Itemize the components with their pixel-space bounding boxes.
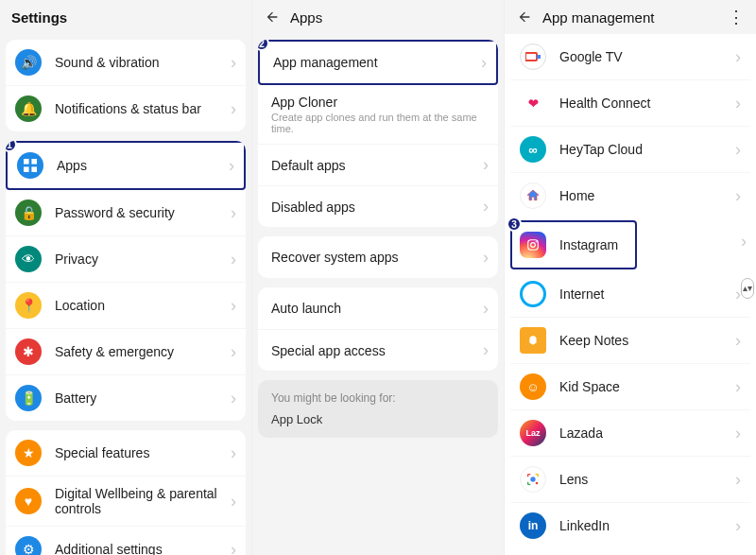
hint-box: You might be looking for: App Lock (258, 380, 498, 438)
chevron-right-icon: › (735, 516, 741, 536)
row-battery[interactable]: 🔋 Battery › (6, 374, 246, 421)
app-management-pane: App management ⋮ Google TV › ❤ Health Co… (504, 0, 756, 555)
row-app-management[interactable]: App management › (260, 42, 496, 83)
svg-point-10 (536, 482, 539, 485)
chevron-right-icon: › (735, 140, 741, 160)
settings-title: Settings (11, 9, 67, 26)
label: Notifications & status bar (55, 101, 231, 116)
label: Disabled apps (271, 199, 483, 215)
chevron-right-icon: › (231, 342, 236, 362)
sound-icon: 🔊 (15, 49, 42, 76)
app-mgmt-content[interactable]: Google TV › ❤ Health Connect › ∞ HeyTap … (505, 34, 756, 555)
row-location[interactable]: 📍 Location › (6, 282, 246, 328)
row-default-apps[interactable]: Default apps › (258, 144, 498, 185)
chevron-right-icon: › (231, 492, 236, 512)
hint-title: You might be looking for: (271, 391, 485, 405)
chevron-right-icon: › (231, 443, 236, 463)
app-row-instagram[interactable]: Instagram (512, 222, 635, 268)
apps-title: Apps (290, 9, 322, 26)
row-special-app-access[interactable]: Special app access › (258, 329, 498, 371)
row-sound-vibration[interactable]: 🔊 Sound & vibration › (6, 40, 246, 85)
chevron-right-icon: › (231, 99, 236, 119)
chevron-right-icon: › (735, 470, 741, 490)
row-special-features[interactable]: ★ Special features › (6, 430, 246, 476)
hint-app-lock[interactable]: App Lock (271, 412, 485, 426)
chevron-right-icon: › (735, 186, 741, 206)
settings-group-1: 🔊 Sound & vibration › 🔔 Notifications & … (6, 40, 246, 131)
row-privacy[interactable]: 👁 Privacy › (6, 235, 246, 282)
app-row-google-tv[interactable]: Google TV › (510, 34, 750, 79)
apps-pane: Apps 2 App management › App Cloner Creat… (251, 0, 504, 555)
gear-icon: ⚙ (15, 536, 42, 555)
chevron-right-icon: › (231, 540, 236, 556)
row-digital-wellbeing[interactable]: ♥ Digital Wellbeing & parental controls … (6, 476, 246, 526)
eye-icon: 👁 (15, 246, 42, 272)
chevron-right-icon: › (735, 331, 741, 351)
apps-group-2: Recover system apps › (258, 236, 498, 278)
row-disabled-apps[interactable]: Disabled apps › (258, 185, 498, 227)
row-app-cloner[interactable]: App Cloner Create app clones and run the… (258, 85, 498, 144)
google-home-icon (520, 182, 546, 209)
app-row-lens[interactable]: Lens › (510, 456, 750, 502)
instagram-icon (520, 232, 546, 258)
label: Auto launch (271, 301, 483, 316)
apps-icon (17, 152, 43, 179)
svg-rect-5 (537, 55, 541, 59)
app-row-keep-notes[interactable]: Keep Notes › (510, 317, 750, 363)
row-auto-launch[interactable]: Auto launch › (258, 287, 498, 329)
step-badge-3: 3 (507, 217, 522, 232)
apps-group-3: Auto launch › Special app access › (258, 287, 498, 371)
app-row-internet[interactable]: Internet › (510, 271, 750, 317)
chevron-right-icon: › (229, 156, 234, 176)
chevron-right-icon: › (735, 47, 741, 67)
label: Kid Space (559, 379, 735, 394)
label: Apps (57, 158, 229, 173)
back-button[interactable] (516, 9, 533, 26)
label: Instagram (559, 237, 618, 252)
svg-point-8 (536, 241, 537, 242)
keep-notes-icon (520, 327, 546, 354)
row-apps[interactable]: Apps › (8, 143, 244, 188)
chevron-right-icon: › (735, 424, 741, 443)
label: Special app access (271, 343, 483, 358)
label: Privacy (55, 251, 231, 267)
app-row-health-connect[interactable]: ❤ Health Connect › (510, 79, 750, 126)
row-safety-emergency[interactable]: ✱ Safety & emergency › (6, 328, 246, 374)
more-menu-icon[interactable]: ⋮ (728, 7, 745, 27)
app-row-kid-space[interactable]: ☺ Kid Space › (510, 363, 750, 409)
battery-icon: 🔋 (15, 385, 42, 411)
apps-group-1: 2 App management › App Cloner Create app… (258, 40, 498, 227)
star-icon: ★ (15, 440, 42, 466)
label: Location (55, 298, 231, 313)
chevron-right-icon: › (483, 248, 489, 268)
google-lens-icon (520, 466, 546, 493)
settings-content[interactable]: 🔊 Sound & vibration › 🔔 Notifications & … (0, 34, 251, 555)
row-password-security[interactable]: 🔒 Password & security › (6, 190, 246, 235)
row-notifications[interactable]: 🔔 Notifications & status bar › (6, 85, 246, 131)
label: Digital Wellbeing & parental controls (55, 486, 231, 516)
apps-content[interactable]: 2 App management › App Cloner Create app… (252, 34, 504, 555)
app-row-linkedin[interactable]: in LinkedIn › (510, 502, 750, 548)
label: Lazada (559, 425, 735, 441)
app-row-lazada[interactable]: Laz Lazada › (510, 409, 750, 456)
label: Keep Notes (559, 333, 735, 348)
scroll-indicator[interactable]: ▴▾ (741, 278, 754, 299)
health-connect-icon: ❤ (520, 90, 546, 116)
row-recover-system-apps[interactable]: Recover system apps › (258, 236, 498, 278)
label: HeyTap Cloud (559, 142, 735, 157)
label: Default apps (271, 158, 483, 173)
label: LinkedIn (559, 518, 735, 533)
google-tv-icon (520, 43, 546, 70)
row-additional-settings[interactable]: ⚙ Additional settings › (6, 526, 246, 555)
internet-icon (520, 281, 546, 307)
app-mgmt-title: App management (542, 9, 654, 26)
heytap-cloud-icon: ∞ (520, 136, 546, 163)
settings-group-apps: 1 Apps › 🔒 Password & security › 👁 Priva… (6, 141, 246, 421)
app-row-home[interactable]: Home › (510, 172, 750, 218)
app-row-heytap-cloud[interactable]: ∞ HeyTap Cloud › (510, 126, 750, 172)
chevron-right-icon: › (481, 53, 487, 73)
heart-icon: ♥ (15, 488, 42, 514)
settings-group-3: ★ Special features › ♥ Digital Wellbeing… (6, 430, 246, 555)
back-button[interactable] (264, 9, 281, 26)
svg-point-7 (531, 243, 536, 248)
